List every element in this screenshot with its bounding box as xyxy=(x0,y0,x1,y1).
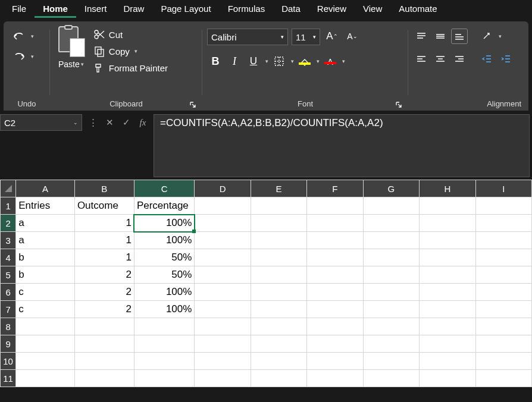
cell[interactable] xyxy=(251,249,306,266)
cell[interactable] xyxy=(74,353,134,370)
cell[interactable] xyxy=(195,266,251,284)
cell[interactable] xyxy=(74,318,134,335)
cell[interactable]: 50% xyxy=(134,249,194,266)
redo-button[interactable]: ▾ xyxy=(8,50,37,63)
row-header[interactable]: 3 xyxy=(1,232,16,249)
cell[interactable]: 100% xyxy=(134,301,194,318)
cell[interactable] xyxy=(307,197,363,215)
cell[interactable] xyxy=(363,232,420,249)
cut-button[interactable]: Cut xyxy=(90,27,171,42)
cell[interactable] xyxy=(16,335,75,353)
cell[interactable] xyxy=(251,370,306,387)
font-name-select[interactable]: Calibri▾ xyxy=(207,29,288,45)
cell[interactable] xyxy=(420,266,475,284)
cell[interactable]: 1 xyxy=(74,249,134,266)
undo-button[interactable]: ▾ xyxy=(8,30,37,43)
cell[interactable] xyxy=(16,353,75,370)
cell[interactable] xyxy=(307,370,363,387)
cell[interactable] xyxy=(195,249,251,266)
cell[interactable] xyxy=(251,335,306,353)
cell[interactable] xyxy=(74,335,134,353)
cell[interactable]: b xyxy=(16,249,75,266)
tab-home[interactable]: Home xyxy=(35,1,76,18)
align-middle-button[interactable] xyxy=(432,29,449,44)
align-right-button[interactable] xyxy=(451,51,468,67)
column-header[interactable]: E xyxy=(251,180,306,197)
cell[interactable] xyxy=(74,370,134,387)
cell[interactable]: a xyxy=(16,215,75,232)
format-painter-button[interactable]: Format Painter xyxy=(90,61,171,75)
row-header[interactable]: 8 xyxy=(1,318,16,335)
enter-formula-button[interactable]: ✓ xyxy=(119,115,133,130)
column-header[interactable]: D xyxy=(195,180,251,197)
cell[interactable] xyxy=(475,301,531,318)
column-header[interactable]: B xyxy=(74,180,134,197)
increase-indent-button[interactable] xyxy=(497,51,514,67)
cell[interactable] xyxy=(134,335,194,353)
cell[interactable]: 1 xyxy=(74,232,134,249)
align-bottom-button[interactable] xyxy=(451,29,468,44)
tab-draw[interactable]: Draw xyxy=(115,1,152,18)
cell[interactable]: a xyxy=(16,232,75,249)
cell[interactable] xyxy=(420,197,475,215)
cell[interactable] xyxy=(195,370,251,387)
cell[interactable]: Outcome xyxy=(74,197,134,215)
chevron-down-icon[interactable]: ▾ xyxy=(499,33,502,39)
cell[interactable]: b xyxy=(16,266,75,284)
chevron-down-icon[interactable]: ▾ xyxy=(342,58,345,64)
cell[interactable] xyxy=(475,232,531,249)
cell[interactable]: 50% xyxy=(134,266,194,284)
cell[interactable] xyxy=(363,370,420,387)
fill-color-button[interactable] xyxy=(296,54,313,69)
chevron-down-icon[interactable]: ▾ xyxy=(291,58,294,64)
cell[interactable] xyxy=(134,370,194,387)
cell[interactable] xyxy=(307,353,363,370)
cell[interactable]: 2 xyxy=(74,266,134,284)
column-header[interactable]: F xyxy=(307,180,363,197)
cell[interactable]: Percentage xyxy=(134,197,194,215)
borders-button[interactable] xyxy=(271,54,287,69)
row-header[interactable]: 1 xyxy=(1,197,16,215)
cell[interactable] xyxy=(363,335,420,353)
cell[interactable]: 1 xyxy=(74,215,134,232)
row-header[interactable]: 5 xyxy=(1,266,16,284)
cell[interactable]: 100% xyxy=(134,284,194,301)
cell[interactable] xyxy=(363,318,420,335)
row-header[interactable]: 6 xyxy=(1,284,16,301)
cell[interactable] xyxy=(363,197,420,215)
row-header[interactable]: 11 xyxy=(1,370,16,387)
cell[interactable] xyxy=(363,353,420,370)
copy-button[interactable]: Copy ▾ xyxy=(90,44,171,58)
tab-view[interactable]: View xyxy=(355,1,390,18)
font-size-select[interactable]: 11▾ xyxy=(292,29,320,45)
align-top-button[interactable] xyxy=(413,29,430,44)
cell[interactable] xyxy=(16,318,75,335)
cell[interactable] xyxy=(420,215,475,232)
more-icon[interactable]: ⋮ xyxy=(86,115,100,130)
cell[interactable] xyxy=(420,232,475,249)
cell[interactable] xyxy=(307,301,363,318)
dialog-launcher-icon[interactable] xyxy=(394,100,403,109)
cell[interactable] xyxy=(307,215,363,232)
cell[interactable]: 2 xyxy=(74,301,134,318)
cell[interactable] xyxy=(195,301,251,318)
row-header[interactable]: 7 xyxy=(1,301,16,318)
tab-review[interactable]: Review xyxy=(309,1,355,18)
tab-automate[interactable]: Automate xyxy=(390,1,445,18)
cell[interactable] xyxy=(475,215,531,232)
cell[interactable] xyxy=(134,318,194,335)
row-header[interactable]: 4 xyxy=(1,249,16,266)
column-header[interactable]: I xyxy=(475,180,531,197)
align-center-button[interactable] xyxy=(432,51,449,67)
tab-file[interactable]: File xyxy=(4,1,35,18)
cell[interactable] xyxy=(307,318,363,335)
cancel-formula-button[interactable]: ✕ xyxy=(102,115,117,130)
chevron-down-icon[interactable]: ▾ xyxy=(265,58,268,64)
cell[interactable] xyxy=(251,318,306,335)
cell[interactable] xyxy=(251,215,306,232)
cell[interactable] xyxy=(420,335,475,353)
tab-data[interactable]: Data xyxy=(273,1,309,18)
cell[interactable] xyxy=(195,353,251,370)
cell[interactable] xyxy=(475,353,531,370)
column-header[interactable]: G xyxy=(363,180,420,197)
